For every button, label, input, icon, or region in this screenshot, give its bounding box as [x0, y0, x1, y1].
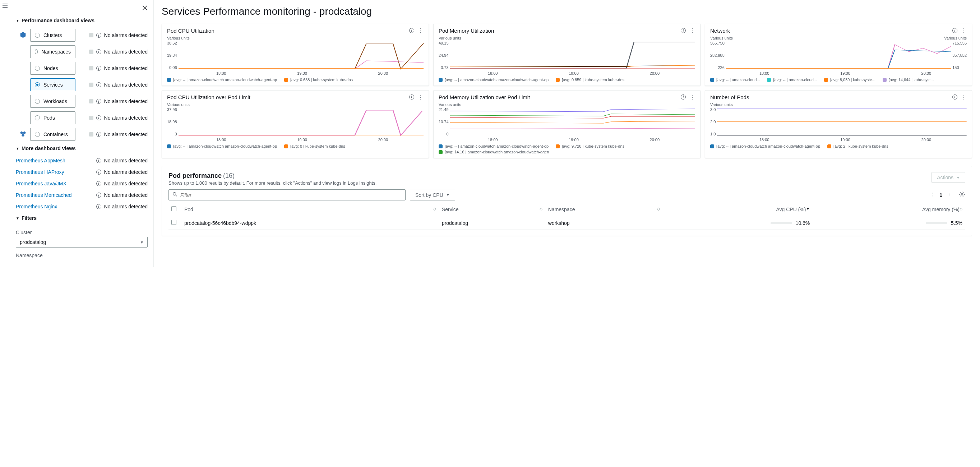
alarm-indicator-icon [89, 132, 94, 137]
alarm-text: No alarms detected [104, 115, 148, 121]
more-view-row: Prometheus HAProxyiNo alarms detected [16, 166, 148, 178]
chart-plot[interactable] [450, 41, 695, 70]
pill-label: Containers [43, 132, 68, 137]
sort-icon[interactable]: ◇ [657, 206, 660, 211]
alarm-text: No alarms detected [104, 181, 148, 186]
info-icon[interactable]: i [96, 204, 101, 209]
select-all-checkbox[interactable] [171, 206, 177, 211]
chart-plot[interactable] [178, 41, 423, 70]
more-view-link[interactable]: Prometheus HAProxy [16, 169, 64, 175]
chart-plot[interactable] [178, 107, 423, 136]
radio-icon [35, 99, 40, 104]
swatch-icon [710, 145, 714, 148]
view-pill-namespaces[interactable]: Namespaces [30, 45, 75, 58]
tree-row: WorkloadsiNo alarms detected [16, 93, 148, 110]
filter-input-wrapper[interactable] [169, 189, 406, 200]
info-icon[interactable]: i [96, 115, 101, 120]
kebab-icon[interactable]: ⋮ [961, 28, 967, 34]
section-header-filters[interactable]: ▼ Filters [16, 212, 148, 224]
gear-icon[interactable] [959, 191, 965, 199]
kebab-icon[interactable]: ⋮ [689, 28, 695, 34]
alarm-text: No alarms detected [104, 132, 148, 137]
alarm-text: No alarms detected [104, 192, 148, 198]
view-pill-pods[interactable]: Pods [30, 111, 75, 124]
pod-performance-panel: Pod performance (16) Shows up to 1,000 r… [162, 166, 972, 236]
alarm-status: iNo alarms detected [89, 115, 148, 121]
chart-legend: [avg: -- | amazon-cloudwatch amazon-clou… [710, 144, 967, 148]
view-pill-clusters[interactable]: Clusters [30, 29, 75, 42]
view-pill-workloads[interactable]: Workloads [30, 95, 75, 108]
actions-label: Actions [937, 175, 953, 180]
view-pill-containers[interactable]: Containers [30, 128, 75, 141]
radio-icon [35, 115, 40, 120]
tree-icon-containers [16, 130, 30, 138]
swatch-icon [556, 145, 560, 148]
chart-legend: [avg: -- | amazon-cloudwatch amazon-clou… [439, 144, 695, 154]
info-icon[interactable]: i [409, 28, 414, 33]
info-icon[interactable]: i [681, 94, 686, 100]
info-icon[interactable]: i [96, 158, 101, 163]
info-icon[interactable]: i [952, 28, 958, 33]
legend-item: [avg: 0 | kube-system kube-dns [284, 144, 345, 148]
cluster-select[interactable]: prodcatalog ▼ [16, 237, 148, 248]
chart-plot[interactable] [726, 41, 951, 70]
radio-icon [35, 33, 40, 38]
chart-plot[interactable] [450, 107, 695, 136]
chart-plot[interactable] [717, 107, 967, 136]
more-view-link[interactable]: Prometheus Memcached [16, 192, 72, 198]
pill-label: Pods [43, 115, 55, 121]
table-row[interactable]: prodcatalog-56c46bdb94-wdppkprodcatalogw… [169, 216, 965, 230]
alarm-indicator-icon [89, 99, 94, 103]
namespace-label: Namespace [16, 253, 148, 258]
hamburger-button[interactable] [0, 0, 10, 267]
more-view-link[interactable]: Prometheus Nginx [16, 204, 57, 210]
info-icon[interactable]: i [409, 94, 414, 100]
next-page-button[interactable]: 〉 [948, 192, 953, 198]
info-icon[interactable]: i [96, 170, 101, 175]
info-icon[interactable]: i [96, 99, 101, 104]
swatch-icon [284, 145, 288, 148]
info-icon[interactable]: i [96, 49, 101, 54]
view-pill-nodes[interactable]: Nodes [30, 62, 75, 75]
sort-desc-icon[interactable]: ▼ [806, 206, 810, 211]
units-right: Various units [944, 36, 967, 40]
info-icon[interactable]: i [96, 132, 101, 137]
section-header-more-views[interactable]: ▼ More dashboard views [16, 143, 148, 155]
x-ticks: 18:0019:0020:00 [710, 138, 967, 142]
kebab-icon[interactable]: ⋮ [418, 28, 423, 34]
col-avg-cpu: Avg CPU (%)▼ [663, 203, 813, 216]
radio-icon [35, 66, 40, 71]
swatch-icon [710, 78, 714, 82]
sort-button[interactable]: Sort by CPU ▼ [410, 190, 455, 200]
info-icon[interactable]: i [96, 181, 101, 186]
close-icon[interactable] [142, 6, 148, 12]
filter-input[interactable] [180, 192, 402, 198]
kebab-icon[interactable]: ⋮ [961, 94, 967, 100]
kebab-icon[interactable]: ⋮ [689, 94, 695, 100]
info-icon[interactable]: i [96, 66, 101, 71]
x-ticks: 18:0019:0020:00 [439, 138, 695, 142]
more-view-row: Prometheus Java/JMXiNo alarms detected [16, 178, 148, 189]
section-header-perf-views[interactable]: ▼ Performance dashboard views [16, 15, 148, 27]
actions-button[interactable]: Actions ▼ [932, 172, 965, 183]
kebab-icon[interactable]: ⋮ [418, 94, 423, 100]
swatch-icon [439, 150, 442, 154]
sort-icon[interactable]: ◇ [433, 206, 436, 211]
alarm-indicator-icon [89, 116, 94, 120]
sort-icon[interactable]: ◇ [959, 206, 963, 211]
table-count: (16) [223, 172, 235, 179]
alarm-text: No alarms detected [104, 32, 148, 38]
info-icon[interactable]: i [681, 28, 686, 33]
more-view-link[interactable]: Prometheus AppMesh [16, 158, 65, 164]
info-icon[interactable]: i [96, 192, 101, 198]
sort-icon[interactable]: ◇ [539, 206, 542, 211]
row-checkbox[interactable] [171, 220, 177, 225]
info-icon[interactable]: i [952, 94, 958, 100]
more-view-link[interactable]: Prometheus Java/JMX [16, 181, 67, 186]
alarm-text: No alarms detected [104, 82, 148, 87]
info-icon[interactable]: i [96, 82, 101, 87]
info-icon[interactable]: i [96, 33, 101, 38]
legend-item: [avg: -- | amazon-cloudwatch amazon-clou… [439, 144, 549, 148]
prev-page-button[interactable]: 〈 [929, 192, 934, 198]
view-pill-services[interactable]: Services [30, 78, 75, 91]
